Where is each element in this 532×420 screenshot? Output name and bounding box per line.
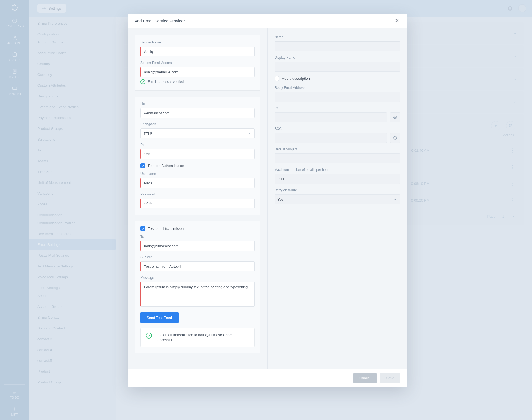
port-input[interactable] (140, 149, 255, 159)
test-subject-input[interactable] (140, 261, 255, 271)
sender-card: Sender Name Sender Email Address Email a… (135, 35, 260, 91)
username-label: Username (140, 172, 255, 176)
modal-right-column: Name Display Name Add a description Repl… (268, 28, 407, 369)
cc-input[interactable] (275, 112, 387, 122)
check-circle-icon (146, 333, 152, 339)
retry-select[interactable]: Yes (275, 194, 400, 204)
reply-email-input[interactable] (275, 92, 400, 102)
close-button[interactable] (394, 17, 400, 25)
plus-circle-icon (393, 115, 397, 120)
sender-name-label: Sender Name (140, 40, 255, 44)
bcc-input[interactable] (275, 133, 387, 143)
test-to-input[interactable] (140, 241, 255, 251)
email-verified-status: Email address is verified (140, 79, 255, 84)
port-label: Port (140, 143, 255, 147)
modal-add-email-service-provider: Add Email Service Provider Sender Name S… (128, 14, 407, 387)
password-label: Password (140, 192, 255, 196)
send-test-email-button[interactable]: Send Test Email (140, 312, 179, 323)
test-result-card: Test email transmission to nafis@bitmasc… (140, 328, 255, 347)
host-input[interactable] (140, 108, 255, 118)
username-input[interactable] (140, 178, 255, 188)
chevron-down-icon (393, 197, 397, 201)
display-name-label: Display Name (275, 56, 400, 60)
add-cc-button[interactable] (390, 112, 400, 122)
modal-left-column: Sender Name Sender Email Address Email a… (128, 28, 268, 369)
require-auth-checkbox[interactable]: Require Authentication (140, 163, 255, 168)
plus-circle-icon (393, 136, 397, 140)
reply-email-label: Reply Email Address (275, 86, 400, 90)
cancel-button[interactable]: Cancel (353, 373, 377, 383)
test-subject-label: Subject (140, 255, 255, 259)
sender-email-input[interactable] (140, 67, 255, 77)
modal-header: Add Email Service Provider (128, 14, 407, 28)
checkbox-checked-icon (140, 226, 145, 231)
modal-footer: Cancel Save (128, 369, 407, 387)
encryption-label: Encryption (140, 122, 255, 126)
test-transmission-checkbox[interactable]: Test email transmission (140, 226, 255, 231)
sender-email-label: Sender Email Address (140, 61, 255, 65)
cc-label: CC (275, 106, 400, 110)
checkbox-checked-icon (140, 163, 145, 168)
retry-label: Retry on failure (275, 188, 400, 192)
save-button[interactable]: Save (380, 373, 400, 383)
password-input[interactable] (140, 199, 255, 208)
host-label: Host (140, 102, 255, 106)
server-card: Host Encryption TTLS Port Require Au (135, 97, 260, 215)
add-bcc-button[interactable] (390, 133, 400, 143)
name-input[interactable] (275, 41, 400, 51)
display-name-input[interactable] (275, 62, 400, 72)
default-subject-input[interactable] (275, 153, 400, 163)
bcc-label: BCC (275, 127, 400, 131)
close-icon (394, 17, 400, 24)
encryption-select[interactable]: TTLS (140, 128, 255, 138)
add-description-checkbox[interactable]: Add a description (275, 76, 400, 81)
test-email-card: Test email transmission To Subject Messa… (135, 221, 260, 353)
chevron-down-icon (248, 132, 252, 135)
max-emails-label: Maximum number of emails per hour (275, 168, 400, 172)
default-subject-label: Default Subject (275, 147, 400, 151)
check-circle-icon (140, 79, 145, 84)
modal-title: Add Email Service Provider (134, 19, 185, 23)
to-label: To (140, 235, 255, 239)
message-label: Message (140, 276, 255, 280)
sender-name-input[interactable] (140, 47, 255, 56)
checkbox-empty-icon (275, 76, 279, 81)
test-message-textarea[interactable] (140, 282, 255, 307)
max-emails-input[interactable] (275, 174, 400, 184)
name-label: Name (275, 35, 400, 39)
